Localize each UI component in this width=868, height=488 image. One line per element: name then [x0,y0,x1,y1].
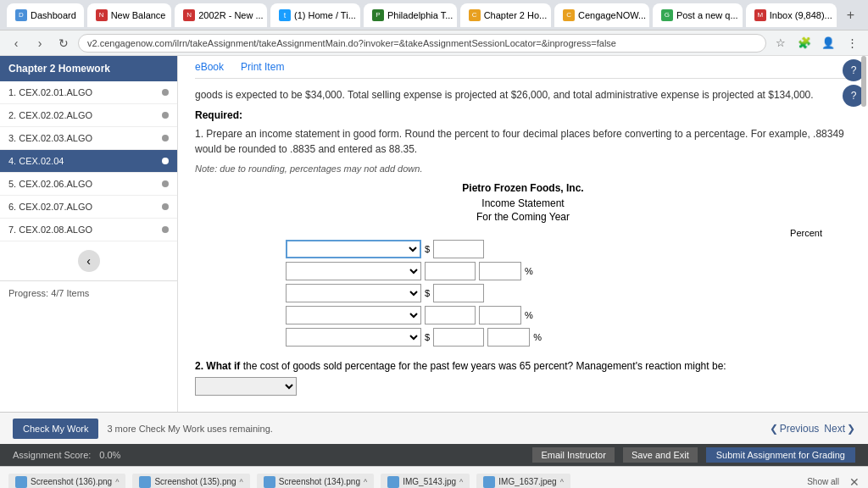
item-4-dot [162,158,169,164]
tab-chapter2[interactable]: C Chapter 2 Ho... ✕ [460,3,551,27]
refresh-button[interactable]: ↻ [54,34,73,53]
download-item-2[interactable]: Screenshot (134).png ^ [257,474,374,489]
sidebar-nav: ‹ [0,241,177,280]
tab-cengage[interactable]: C CengageNOW... ✕ [554,3,649,27]
income-row-2: % [286,262,760,280]
item-3-dot [162,135,169,141]
section2: 2. What if the cost of goods sold percen… [195,360,851,396]
post-favicon: G [661,9,673,21]
menu-icon[interactable]: ⋮ [843,34,861,53]
png-icon-0 [15,476,27,488]
required-label: Required: [195,109,851,121]
row2-amount-input[interactable] [425,262,476,280]
forward-button[interactable]: › [31,34,49,53]
assignment-status-bar: Assignment Score: 0.0% Email Instructor … [0,444,868,466]
new-tab-button[interactable]: + [840,4,861,26]
2002r-favicon: N [183,9,195,21]
row1-dropdown[interactable] [286,240,421,258]
row5-pct-input[interactable] [487,328,530,347]
sidebar-item-3[interactable]: 3. CEX.02.03.ALGO [0,127,177,150]
philadelphia-favicon: P [372,9,384,21]
profile-icon[interactable]: 👤 [819,34,837,53]
inbox-favicon: M [754,9,766,21]
row4-amount-input[interactable] [425,306,476,324]
row3-dropdown[interactable] [286,284,421,302]
ebook-link[interactable]: eBook [195,61,224,73]
next-button[interactable]: Next ❯ [824,423,855,435]
tab-inbox[interactable]: M Inbox (9,848)... ✕ [746,3,837,27]
back-button[interactable]: ‹ [7,34,25,53]
chevron-left-icon: ❮ [770,423,778,435]
sidebar-prev-button[interactable]: ‹ [78,250,100,272]
sidebar-item-7[interactable]: 7. CEX.02.08.ALGO [0,219,177,241]
twitter-favicon: t [279,9,291,21]
sidebar: Chapter 2 Homework 1. CEX.02.01.ALGO 2. … [0,56,178,412]
intro-text: goods is expected to be $34,000. Total s… [195,87,851,103]
row2-dropdown[interactable] [286,262,421,280]
check-my-work-button[interactable]: Check My Work [13,419,98,439]
print-item-link[interactable]: Print Item [241,61,284,73]
row5-dropdown[interactable] [286,328,421,347]
tab-philadelphia[interactable]: P Philadelphia T... ✕ [364,3,457,27]
previous-button[interactable]: ❮ Previous [770,423,820,435]
statement-period: For the Coming Year [195,211,851,223]
progress-section: Progress: 4/7 Items [0,280,177,305]
download-chevron-2: ^ [364,478,367,486]
show-all-downloads-button[interactable]: Show all [807,477,839,486]
tab-post[interactable]: G Post a new q... ✕ [653,3,743,27]
row3-amount-input[interactable] [433,284,484,302]
sidebar-item-4[interactable]: 4. CEX.02.04 [0,150,177,173]
bottom-action-bar: Check My Work 3 more Check My Work uses … [0,412,868,444]
scroll-thumb[interactable] [861,56,866,107]
sidebar-item-6[interactable]: 6. CEX.02.07.ALGO [0,196,177,219]
download-item-1[interactable]: Screenshot (135).png ^ [132,474,249,489]
jpg-icon-3 [387,476,399,488]
email-instructor-button[interactable]: Email Instructor [532,447,614,463]
sidebar-item-2[interactable]: 2. CEX.02.02.ALGO [0,104,177,127]
chevron-right-icon: ❯ [847,423,855,435]
tab-new-balance[interactable]: N New Balance ✕ [87,3,172,27]
sidebar-item-5[interactable]: 5. CEX.02.06.ALGO [0,173,177,196]
statement-title: Income Statement [195,197,851,209]
download-item-4[interactable]: IMG_1637.jpeg ^ [476,474,570,489]
tab-dashboard[interactable]: D Dashboard ✕ [7,3,84,27]
check-work-remaining-text: 3 more Check My Work uses remaining. [107,424,272,434]
close-downloads-icon[interactable]: ✕ [849,475,860,489]
note-text: Note: due to rounding, percentages may n… [195,164,851,174]
chapter2-favicon: C [469,9,481,21]
row2-pct-input[interactable] [479,262,521,280]
url-bar[interactable]: v2.cengagenow.com/ilrn/takeAssignment/ta… [78,34,766,53]
row5-amount-input[interactable] [433,328,484,347]
row4-pct-input[interactable] [479,306,521,324]
scroll-bar[interactable] [860,56,866,412]
download-item-0[interactable]: Screenshot (136).png ^ [8,474,125,489]
submit-assignment-button[interactable]: Submit Assignment for Grading [706,447,855,463]
download-chevron-3: ^ [459,478,463,486]
instruction1: 1. Prepare an income statement in good f… [195,126,851,157]
main-layout: Chapter 2 Homework 1. CEX.02.01.ALGO 2. … [0,56,868,412]
score-label: Assignment Score: [13,450,91,460]
bookmark-star-icon[interactable]: ☆ [771,34,790,53]
content-area: ? ? eBook Print Item goods is expected t… [178,56,868,412]
sidebar-item-1[interactable]: 1. CEX.02.01.ALGO [0,81,177,104]
download-chevron-4: ^ [560,478,564,486]
tab-twitter[interactable]: t (1) Home / Ti... ✕ [270,3,360,27]
row4-dropdown[interactable] [286,306,421,324]
download-chevron-1: ^ [240,478,243,486]
pagination-controls: ❮ Previous Next ❯ [770,423,855,435]
downloads-bar: Screenshot (136).png ^ Screenshot (135).… [0,466,868,488]
item-6-dot [162,203,169,210]
income-row-3: $ [286,284,760,302]
income-row-1: $ [286,240,760,258]
save-exit-button[interactable]: Save and Exit [623,447,698,463]
download-item-3[interactable]: IMG_5143.jpg ^ [381,474,470,489]
section2-dropdown[interactable] [195,377,297,396]
png-icon-2 [264,476,275,488]
row1-amount-input[interactable] [433,240,484,258]
dashboard-favicon: D [15,9,27,21]
section2-question: 2. What if the cost of goods sold percen… [195,360,851,372]
close-tab-dashboard[interactable]: ✕ [83,10,84,19]
tab-2002r[interactable]: N 2002R - New ... ✕ [175,3,267,27]
extension-icon[interactable]: 🧩 [795,34,814,53]
sidebar-title: Chapter 2 Homework [0,56,177,81]
